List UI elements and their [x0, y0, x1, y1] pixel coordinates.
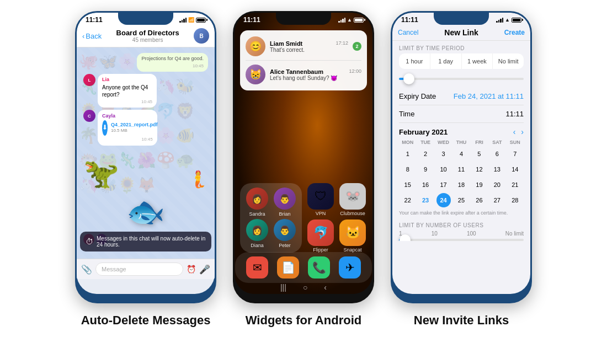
snapcat-icon: 🐱	[339, 220, 366, 246]
cal-day-16[interactable]: 16	[418, 178, 433, 192]
sticker-mermaid: 🧜	[188, 171, 208, 188]
phone3-section: 11:11 ▲ Cancel New	[391, 11, 532, 328]
android-nav: ||| ○ ‹	[235, 283, 372, 292]
notif-alice: 😸 Alice Tannenbaum 12:00 Let's hang out!…	[246, 63, 361, 86]
time-slider-thumb[interactable]	[403, 73, 414, 84]
phone3-label: New Invite Links	[414, 313, 509, 328]
time-slider-track	[399, 78, 524, 80]
auto-delete-text: Messages in this chat will now auto-dele…	[97, 235, 206, 248]
ios-battery-icon	[512, 18, 521, 23]
folder-grid: 👩 Sandra 👨 Brian 👩 Diana	[244, 188, 297, 248]
time-nolimit[interactable]: No limit	[493, 53, 524, 69]
files-dock-icon[interactable]: 📄	[277, 256, 299, 279]
cal-day-7[interactable]: 7	[508, 147, 522, 161]
cal-day-6[interactable]: 6	[490, 147, 504, 161]
app-icons-grid: 🛡 VPN 🐭 Clubmouse 🐬 Flipper 🐱	[306, 183, 367, 253]
cal-day-1[interactable]: 1	[401, 147, 415, 161]
signal-icon	[179, 17, 187, 23]
chat-title: Board of Directors	[105, 29, 190, 37]
cal-day-28[interactable]: 28	[508, 193, 522, 207]
clubmouse-label: Clubmouse	[340, 211, 365, 216]
cal-day-20[interactable]: 20	[490, 178, 504, 192]
cal-day-25[interactable]: 25	[454, 193, 468, 207]
notification-widget[interactable]: 😊 Liam Smidt 17:12 That's correct. 2 😸	[240, 30, 367, 90]
cal-header-fri: FRI	[471, 138, 488, 146]
cal-day-3[interactable]: 3	[436, 147, 451, 161]
sticker-fish: 🐟	[126, 196, 165, 227]
cal-day-14[interactable]: 14	[508, 162, 522, 176]
cal-header-sat: SAT	[488, 138, 505, 146]
cal-header-tue: TUE	[417, 138, 434, 146]
android-dock: ✉ 📄 📞 ✈	[235, 252, 372, 283]
back-button[interactable]: ‹ Back	[82, 32, 102, 40]
cal-day-13[interactable]: 13	[490, 162, 504, 176]
cal-day-24[interactable]: 24	[436, 193, 451, 207]
cal-day-15[interactable]: 15	[401, 178, 415, 192]
nav-back-button[interactable]: ‹	[324, 283, 327, 292]
cal-day-23[interactable]: 23	[418, 193, 433, 207]
cal-week2: 8 9 10 11 12 13 14	[399, 162, 524, 177]
sticker-fish-area: 🐟	[83, 194, 208, 229]
vpn-icon: 🛡	[307, 183, 334, 210]
cal-day-11[interactable]: 11	[454, 162, 468, 176]
nav-recent-button[interactable]: |||	[280, 283, 286, 292]
flipper-app[interactable]: 🐬 Flipper	[306, 220, 335, 253]
snapcat-app[interactable]: 🐱 Snapcat	[338, 220, 367, 253]
vpn-app[interactable]: 🛡 VPN	[306, 183, 335, 216]
cancel-button[interactable]: Cancel	[398, 29, 418, 36]
brian-avatar: 👨	[274, 188, 296, 210]
nav-home-button[interactable]: ○	[303, 283, 307, 292]
time-slider-container	[399, 72, 524, 88]
cal-day-5[interactable]: 5	[472, 147, 486, 161]
contacts-folder[interactable]: 👩 Sandra 👨 Brian 👩 Diana	[240, 183, 302, 253]
cal-next-button[interactable]: ›	[521, 127, 524, 136]
time-value: 11:11	[505, 110, 524, 118]
chat-subtitle: 45 members	[105, 37, 190, 43]
phone3-time: 11:11	[401, 16, 418, 24]
file-row: ⬇ Q4_2021_report.pdf 10.5 MB	[102, 120, 153, 136]
expiry-date-row: Expiry Date Feb 24, 2021 at 11:11	[399, 88, 524, 105]
cal-day-27[interactable]: 27	[490, 193, 504, 207]
cal-day-2[interactable]: 2	[418, 147, 433, 161]
cal-day-17[interactable]: 17	[436, 178, 451, 192]
expiry-date-label: Expiry Date	[399, 92, 436, 100]
cal-day-18[interactable]: 18	[454, 178, 468, 192]
invite-header: Cancel New Link Create	[392, 25, 530, 41]
cal-day-12[interactable]: 12	[472, 162, 486, 176]
alice-avatar: 😸	[246, 65, 265, 84]
cal-day-21[interactable]: 21	[508, 178, 522, 192]
cal-prev-button[interactable]: ‹	[513, 127, 516, 136]
cayla-msg-row: C Cayla ⬇ Q4_2021_report.pdf 10.5 MB	[83, 110, 208, 146]
cal-day-19[interactable]: 19	[472, 178, 486, 192]
phone-dock-icon[interactable]: 📞	[308, 256, 330, 279]
liam-badge: 2	[353, 42, 361, 51]
phone2-screen: 11:11 ▲ 😊	[235, 13, 372, 294]
notif-liam: 😊 Liam Smidt 17:12 That's correct. 2	[246, 35, 361, 58]
contact-sandra: 👩 Sandra	[244, 188, 270, 217]
cal-header-thu: THU	[452, 138, 470, 146]
mail-dock-icon[interactable]: ✉	[246, 256, 268, 279]
time-1week[interactable]: 1 week	[462, 53, 493, 69]
telegram-dock-icon[interactable]: ✈	[339, 256, 361, 279]
phone1-notch	[118, 13, 173, 25]
chat-header: ‹ Back Board of Directors 45 members B	[77, 25, 215, 47]
clubmouse-app[interactable]: 🐭 Clubmouse	[338, 183, 367, 216]
cal-day-26[interactable]: 26	[472, 193, 486, 207]
cal-day-9[interactable]: 9	[418, 162, 433, 176]
android-wifi-icon: ▲	[347, 17, 352, 23]
chat-group-avatar: B	[194, 28, 209, 44]
cal-day-10[interactable]: 10	[436, 162, 451, 176]
users-slider-track	[399, 239, 524, 241]
create-button[interactable]: Create	[504, 29, 525, 36]
timer-icon: ⏱	[86, 237, 93, 246]
cal-day-4[interactable]: 4	[454, 147, 468, 161]
alice-msg: Let's hang out! Sunday? 😈	[270, 75, 361, 81]
phone3-screen: 11:11 ▲ Cancel New	[392, 13, 530, 294]
chat-messages: Projections for Q4 are good. 10:45 L Lia…	[81, 51, 210, 249]
cal-day-22[interactable]: 22	[401, 193, 415, 207]
time-1hour[interactable]: 1 hour	[399, 53, 430, 69]
phones-row: 11:11 📶 ‹	[75, 11, 532, 358]
cal-day-8[interactable]: 8	[401, 162, 415, 176]
sandra-label: Sandra	[249, 211, 265, 217]
time-1day[interactable]: 1 day	[430, 53, 462, 69]
